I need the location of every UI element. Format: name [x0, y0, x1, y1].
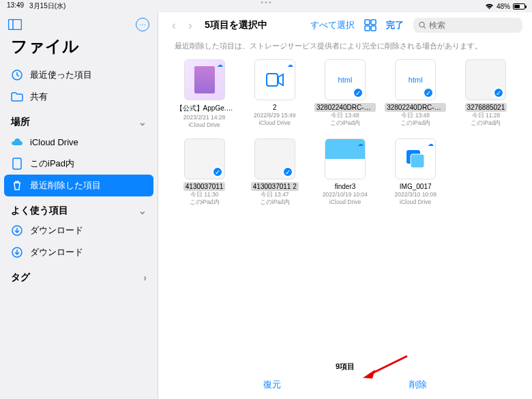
main-content: ‹ › 5項目を選択中 すべて選択 完了 最近削除した項目は、ストレージサービス… — [158, 12, 532, 399]
svg-rect-12 — [267, 74, 278, 86]
ipad-icon — [11, 158, 23, 170]
clock-icon — [11, 69, 23, 81]
file-name: 4130037011 2 — [251, 182, 299, 191]
file-name: 32802240DRC-BT15 — [314, 103, 376, 112]
file-thumbnail[interactable]: ☁︎ — [254, 59, 295, 100]
check-icon: ✓ — [282, 166, 293, 177]
sidebar-item-recent[interactable]: 最近使った項目 — [0, 64, 158, 86]
file-name: 3276885021 — [465, 103, 507, 112]
cloud-download-icon: ☁︎ — [217, 61, 223, 68]
check-icon: ✓ — [212, 166, 223, 177]
file-meta: 今日 13:47このiPad内 — [260, 191, 290, 206]
file-thumbnail[interactable]: ☁︎ — [184, 59, 225, 100]
file-meta: 2022/3/10 10:09iCloud Drive — [394, 191, 436, 206]
multitask-dots[interactable] — [261, 1, 271, 3]
wifi-icon — [485, 3, 494, 10]
file-meta: 今日 13:48このiPad内 — [330, 112, 360, 127]
file-item[interactable]: ☁︎【公式】AppGe...画など2023/2/21 14:28iCloud D… — [172, 59, 237, 129]
file-name: 4130037011 — [183, 182, 226, 191]
file-thumbnail[interactable]: ✓ — [184, 138, 225, 179]
battery-icon — [513, 3, 525, 10]
check-icon: ✓ — [493, 87, 504, 98]
status-date: 3月15日(水) — [29, 1, 65, 11]
sidebar-item-downloads[interactable]: ダウンロード — [0, 220, 158, 241]
file-thumbnail[interactable]: html✓ — [395, 59, 436, 100]
svg-rect-9 — [371, 26, 376, 31]
svg-point-10 — [419, 23, 424, 27]
sidebar-item-label: 最近使った項目 — [30, 69, 92, 81]
battery-percent: 48% — [497, 3, 510, 10]
chevron-down-icon: ⌄ — [138, 205, 147, 216]
file-meta: 今日 13:48このiPad内 — [400, 112, 430, 127]
file-item[interactable]: ✓4130037011今日 11:30このiPad内 — [172, 138, 237, 206]
delete-button[interactable]: 削除 — [409, 379, 427, 391]
svg-rect-0 — [9, 20, 22, 30]
file-thumbnail[interactable]: ☁︎ — [325, 138, 366, 179]
search-icon — [419, 21, 426, 29]
search-field[interactable] — [413, 18, 522, 33]
sidebar-item-label: このiPad内 — [30, 158, 74, 170]
chevron-down-icon: ⌄ — [138, 117, 147, 128]
item-count: 9項目 — [158, 361, 532, 372]
footer: 9項目 復元 削除 — [158, 356, 532, 399]
file-meta: 今日 11:30このiPad内 — [190, 191, 220, 206]
svg-rect-6 — [365, 20, 370, 25]
search-input[interactable] — [429, 20, 517, 30]
file-name: 2 — [271, 103, 279, 112]
sidebar-item-ipad[interactable]: このiPad内 — [0, 153, 158, 175]
file-name: finder3 — [333, 182, 358, 191]
sidebar-item-recently-deleted[interactable]: 最近削除した項目 — [4, 175, 153, 196]
svg-line-11 — [424, 27, 426, 29]
cloud-download-icon: ☁︎ — [428, 141, 434, 147]
file-thumbnail[interactable]: html✓ — [325, 59, 366, 100]
sidebar-item-icloud[interactable]: iCloud Drive — [0, 131, 158, 153]
sidebar-section-tags[interactable]: タグ › — [0, 263, 158, 286]
file-item[interactable]: ✓4130037011 2今日 13:47このiPad内 — [242, 138, 307, 206]
svg-rect-14 — [411, 154, 424, 168]
file-meta: 今日 11:28このiPad内 — [471, 112, 501, 127]
select-all-button[interactable]: すべて選択 — [310, 19, 355, 31]
cloud-download-icon: ☁︎ — [287, 61, 293, 68]
file-item[interactable]: html✓32802240DRC-BT15P今日 13:48このiPad内 — [383, 59, 448, 129]
file-item[interactable]: ☁︎finder32022/10/19 10:04iCloud Drive — [312, 138, 377, 206]
sidebar-section-favorites[interactable]: よく使う項目 ⌄ — [0, 196, 158, 220]
app-title: ファイル — [0, 34, 158, 64]
file-meta: 2023/2/21 14:28iCloud Drive — [183, 114, 225, 129]
cloud-icon — [11, 136, 23, 148]
file-item[interactable]: ☁︎IMG_00172022/3/10 10:09iCloud Drive — [383, 138, 448, 206]
toolbar-title: 5項目を選択中 — [205, 19, 267, 31]
sidebar-section-locations[interactable]: 場所 ⌄ — [0, 108, 158, 131]
file-item[interactable]: html✓32802240DRC-BT15今日 13:48このiPad内 — [312, 59, 377, 129]
file-item[interactable]: ✓3276885021今日 11:28このiPad内 — [454, 59, 518, 129]
notice-text: 最近削除した項目は、ストレージサービス提供者により完全に削除される場合があります… — [158, 38, 532, 59]
file-name: 32802240DRC-BT15P — [385, 103, 446, 112]
svg-rect-3 — [13, 158, 21, 169]
sidebar-item-label: ダウンロード — [30, 246, 83, 258]
file-grid: ☁︎【公式】AppGe...画など2023/2/21 14:28iCloud D… — [158, 59, 532, 206]
check-icon: ✓ — [353, 87, 364, 98]
file-name: 【公式】AppGe...画など — [174, 103, 235, 114]
file-thumbnail[interactable]: ☁︎ — [395, 138, 436, 179]
file-thumbnail[interactable]: ✓ — [465, 59, 506, 100]
back-button[interactable]: ‹ — [168, 18, 180, 33]
check-icon: ✓ — [423, 87, 434, 98]
file-item[interactable]: ☁︎22022/6/29 15:49iCloud Drive — [242, 59, 307, 129]
file-thumbnail[interactable]: ✓ — [254, 138, 295, 179]
done-button[interactable]: 完了 — [386, 19, 404, 31]
sidebar-item-label: iCloud Drive — [30, 137, 78, 147]
sidebar-item-downloads[interactable]: ダウンロード — [0, 241, 158, 263]
sidebar-item-label: 最近削除した項目 — [30, 179, 101, 192]
view-grid-icon[interactable] — [364, 19, 376, 31]
sidebar-toggle-icon[interactable] — [8, 19, 22, 30]
svg-rect-7 — [371, 20, 376, 25]
sidebar-item-shared[interactable]: 共有 — [0, 86, 158, 108]
toolbar: ‹ › 5項目を選択中 すべて選択 完了 — [158, 12, 532, 38]
recover-button[interactable]: 復元 — [263, 379, 281, 391]
chevron-right-icon: › — [143, 272, 147, 283]
file-name: IMG_0017 — [398, 182, 434, 191]
forward-button[interactable]: › — [184, 18, 196, 33]
more-button[interactable]: ⋯ — [136, 18, 149, 31]
trash-icon — [11, 179, 23, 192]
download-icon — [11, 246, 23, 258]
svg-rect-8 — [365, 26, 370, 31]
